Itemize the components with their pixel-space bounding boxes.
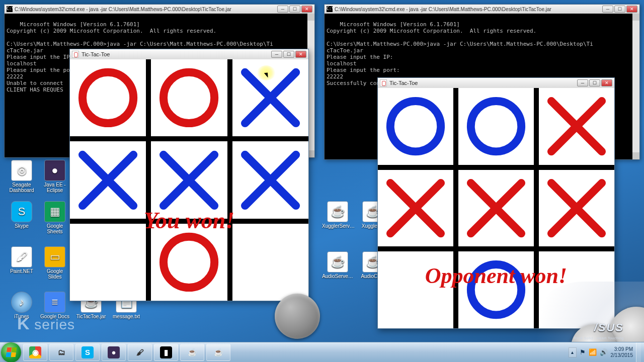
desktop-icon-xserv[interactable]: ☕XugglerServ…	[322, 201, 353, 229]
close-button[interactable]: ✕	[301, 6, 312, 13]
asus-tagline: Rock Solid · Heart Touching	[574, 336, 624, 340]
tray-flag-icon[interactable]: ⚑	[580, 348, 586, 356]
tray-overflow-button[interactable]: ▴	[569, 347, 577, 357]
maximize-button[interactable]: ☐	[283, 51, 294, 58]
aserv-icon: ☕	[327, 251, 348, 273]
close-button[interactable]: ✕	[601, 79, 612, 86]
java-icon	[380, 79, 387, 86]
game-title: Tic-Tac-Toe	[82, 51, 268, 57]
paint-icon: 🖌	[11, 246, 32, 267]
close-button[interactable]: ✕	[295, 51, 306, 58]
game-cell[interactable]	[378, 170, 453, 247]
sheets-icon: ▦	[44, 201, 65, 222]
maximize-button[interactable]: ☐	[289, 6, 300, 13]
desktop-icon-eclipse[interactable]: ●Java EE - Eclipse	[39, 160, 70, 193]
taskbar-paintnet-button[interactable]: 🖌	[128, 344, 152, 361]
game-grid	[70, 59, 308, 301]
game-cell[interactable]	[70, 59, 146, 136]
taskbar-clock[interactable]: 3:09 PM 2/13/2015	[611, 346, 633, 358]
show-desktop-button[interactable]	[636, 342, 641, 362]
desktop-icon-seagate[interactable]: ◎Seagate Dashboard	[6, 160, 37, 193]
itunes-icon: ♪	[11, 292, 32, 313]
docs-icon: ≡	[44, 292, 65, 313]
eclipse-icon: ●	[44, 160, 65, 181]
skype-icon: S	[82, 346, 94, 358]
desktop-icon-aserv[interactable]: ☕AudioServe…	[322, 251, 353, 279]
tray-network-icon[interactable]: 📶	[589, 348, 597, 356]
game-cell[interactable]	[458, 170, 534, 247]
game-cell[interactable]	[458, 88, 534, 165]
minimize-button[interactable]: ─	[277, 6, 288, 13]
desktop-icon-sheets[interactable]: ▦Google Sheets	[39, 201, 70, 234]
game-cell[interactable]	[378, 251, 453, 328]
windows-icon	[6, 347, 17, 357]
system-tray: ▴ ⚑ 📶 🔊 3:09 PM 2/13/2015	[569, 342, 645, 362]
minimize-button[interactable]: ─	[602, 6, 613, 13]
taskbar-explorer-button[interactable]: 🗂	[49, 344, 73, 361]
svg-point-1	[164, 72, 214, 123]
icon-label: TicTacToe.jar	[75, 314, 107, 319]
icon-label: Google Slides	[39, 268, 70, 280]
chrome-icon: ◉	[29, 346, 41, 358]
game-window-left[interactable]: Tic-Tac-Toe ─ ☐ ✕ You won!	[69, 49, 309, 301]
java1-icon: ☕	[186, 346, 198, 358]
game-title: Tic-Tac-Toe	[389, 80, 574, 86]
seagate-icon: ◎	[11, 160, 32, 181]
clock-time: 3:09 PM	[611, 346, 633, 352]
icon-label: AudioServe…	[322, 274, 353, 279]
game-cell[interactable]	[539, 88, 614, 165]
maximize-button[interactable]: ☐	[589, 79, 600, 86]
cmd-icon: C:\	[7, 6, 13, 12]
svg-point-12	[471, 101, 521, 151]
svg-point-11	[390, 101, 441, 151]
game-cell[interactable]	[232, 59, 308, 136]
eclipse-icon: ●	[108, 346, 120, 358]
paintnet-icon: 🖌	[134, 346, 146, 358]
minimize-button[interactable]: ─	[577, 79, 588, 86]
svg-point-0	[83, 72, 133, 123]
asus-logo: /SUS	[594, 321, 624, 334]
close-button[interactable]: ✕	[626, 6, 637, 13]
game-cell[interactable]	[151, 141, 227, 218]
taskbar: ◉🗂S●🖌▮☕☕ ▴ ⚑ 📶 🔊 3:09 PM 2/13/2015	[0, 342, 644, 362]
cmd-icon: C:\	[327, 6, 333, 12]
start-button[interactable]	[1, 342, 21, 363]
xserv-icon: ☕	[327, 201, 348, 222]
cmd-title: C:\Windows\system32\cmd.exe - java -jar …	[335, 7, 599, 12]
taskbar-skype-button[interactable]: S	[75, 344, 100, 361]
skype-icon: S	[11, 201, 32, 222]
cmd-titlebar[interactable]: C:\ C:\Windows\system32\cmd.exe - java -…	[5, 5, 314, 14]
java-icon	[72, 51, 79, 58]
clock-date: 2/13/2015	[611, 352, 633, 358]
game-cell[interactable]	[151, 59, 227, 136]
icon-label: XugglerServ…	[322, 223, 353, 229]
minimize-button[interactable]: ─	[271, 51, 282, 58]
game-cell[interactable]	[232, 141, 308, 218]
game-cell[interactable]	[458, 251, 534, 328]
game-cell[interactable]	[232, 224, 308, 301]
game-cell[interactable]	[539, 170, 614, 247]
svg-point-10	[164, 237, 214, 288]
cmd-titlebar[interactable]: C:\ C:\Windows\system32\cmd.exe - java -…	[325, 5, 639, 14]
game-titlebar[interactable]: Tic-Tac-Toe ─ ☐ ✕	[378, 78, 614, 88]
desktop-icon-skype[interactable]: SSkype	[6, 201, 37, 229]
game-cell[interactable]	[378, 88, 453, 165]
desktop-icon-slides[interactable]: ▭Google Slides	[39, 246, 70, 280]
dial-widget[interactable]	[275, 294, 320, 339]
maximize-button[interactable]: ☐	[614, 6, 625, 13]
taskbar-chrome-button[interactable]: ◉	[23, 344, 47, 361]
taskbar-cmd-button[interactable]: ▮	[154, 344, 178, 361]
game-cell[interactable]	[70, 141, 146, 218]
game-titlebar[interactable]: Tic-Tac-Toe ─ ☐ ✕	[70, 49, 308, 59]
icon-label: Java EE - Eclipse	[39, 182, 70, 193]
game-cell[interactable]	[70, 224, 146, 301]
tray-volume-icon[interactable]: 🔊	[600, 348, 608, 356]
icon-label: Seagate Dashboard	[6, 182, 37, 193]
cmd-title: C:\Windows\system32\cmd.exe - java -jar …	[15, 7, 274, 12]
game-cell[interactable]	[151, 224, 227, 301]
desktop-icon-paint[interactable]: 🖌Paint.NET	[6, 246, 37, 274]
scrollbar[interactable]	[632, 14, 639, 159]
taskbar-java1-button[interactable]: ☕	[180, 344, 204, 361]
taskbar-eclipse-button[interactable]: ●	[102, 344, 126, 361]
taskbar-java2-button[interactable]: ☕	[206, 344, 230, 361]
